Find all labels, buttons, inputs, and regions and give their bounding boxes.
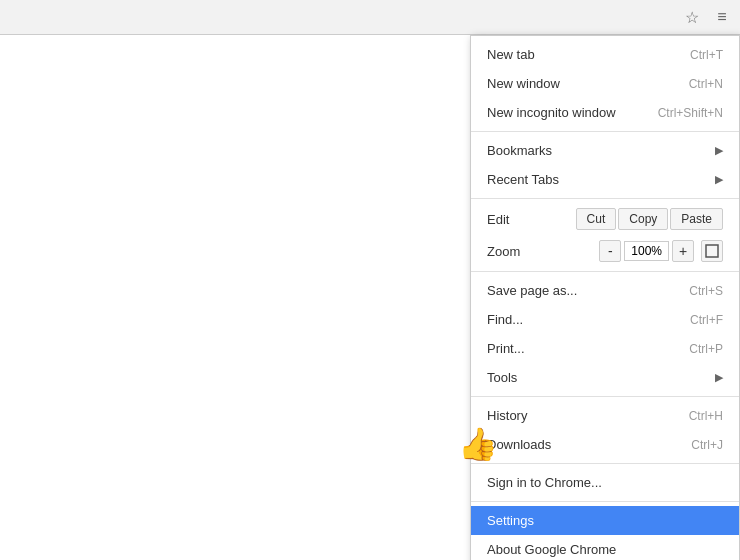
new-incognito-label: New incognito window <box>487 105 638 120</box>
sign-in-label: Sign in to Chrome... <box>487 475 723 490</box>
menu-item-find[interactable]: Find... Ctrl+F <box>471 305 739 334</box>
new-tab-label: New tab <box>487 47 670 62</box>
menu-item-bookmarks[interactable]: Bookmarks ▶ <box>471 136 739 165</box>
copy-button[interactable]: Copy <box>618 208 668 230</box>
history-label: History <box>487 408 669 423</box>
history-shortcut: Ctrl+H <box>689 409 723 423</box>
menu-section-bookmarks: Bookmarks ▶ Recent Tabs ▶ <box>471 132 739 199</box>
downloads-shortcut: Ctrl+J <box>691 438 723 452</box>
edit-label: Edit <box>487 212 576 227</box>
menu-item-tools[interactable]: Tools ▶ <box>471 363 739 392</box>
menu-item-new-window[interactable]: New window Ctrl+N <box>471 69 739 98</box>
edit-buttons: Cut Copy Paste <box>576 208 723 230</box>
menu-item-sign-in[interactable]: Sign in to Chrome... <box>471 468 739 497</box>
menu-button[interactable]: ≡ <box>708 3 736 31</box>
print-shortcut: Ctrl+P <box>689 342 723 356</box>
menu-section-signin: Sign in to Chrome... <box>471 464 739 502</box>
find-shortcut: Ctrl+F <box>690 313 723 327</box>
new-tab-shortcut: Ctrl+T <box>690 48 723 62</box>
menu-item-about[interactable]: About Google Chrome <box>471 535 739 560</box>
zoom-row: Zoom - 100% + <box>471 235 739 267</box>
save-page-label: Save page as... <box>487 283 669 298</box>
menu-item-new-incognito[interactable]: New incognito window Ctrl+Shift+N <box>471 98 739 127</box>
new-incognito-shortcut: Ctrl+Shift+N <box>658 106 723 120</box>
menu-item-new-tab[interactable]: New tab Ctrl+T <box>471 40 739 69</box>
settings-label: Settings <box>487 513 723 528</box>
cut-button[interactable]: Cut <box>576 208 617 230</box>
tools-label: Tools <box>487 370 705 385</box>
menu-section-actions: Save page as... Ctrl+S Find... Ctrl+F Pr… <box>471 272 739 397</box>
save-page-shortcut: Ctrl+S <box>689 284 723 298</box>
zoom-minus-button[interactable]: - <box>599 240 621 262</box>
edit-row: Edit Cut Copy Paste <box>471 203 739 235</box>
menu-item-history[interactable]: History Ctrl+H <box>471 401 739 430</box>
zoom-plus-button[interactable]: + <box>672 240 694 262</box>
star-button[interactable]: ☆ <box>678 3 706 31</box>
menu-section-history: History Ctrl+H Downloads Ctrl+J <box>471 397 739 464</box>
menu-section-new: New tab Ctrl+T New window Ctrl+N New inc… <box>471 36 739 132</box>
zoom-controls: - 100% + <box>599 240 723 262</box>
bookmarks-arrow: ▶ <box>715 144 723 157</box>
menu-section-edit-zoom: Edit Cut Copy Paste Zoom - 100% + <box>471 199 739 272</box>
svg-rect-0 <box>706 245 718 257</box>
menu-item-settings[interactable]: Settings <box>471 506 739 535</box>
menu-item-print[interactable]: Print... Ctrl+P <box>471 334 739 363</box>
menu-item-save-page[interactable]: Save page as... Ctrl+S <box>471 276 739 305</box>
tools-arrow: ▶ <box>715 371 723 384</box>
menu-item-recent-tabs[interactable]: Recent Tabs ▶ <box>471 165 739 194</box>
menu-section-settings: Settings About Google Chrome Help <box>471 502 739 560</box>
print-label: Print... <box>487 341 669 356</box>
menu-item-downloads[interactable]: Downloads Ctrl+J <box>471 430 739 459</box>
about-label: About Google Chrome <box>487 542 723 557</box>
zoom-value: 100% <box>624 241 669 261</box>
paste-button[interactable]: Paste <box>670 208 723 230</box>
new-window-label: New window <box>487 76 669 91</box>
find-label: Find... <box>487 312 670 327</box>
chrome-menu: New tab Ctrl+T New window Ctrl+N New inc… <box>470 35 740 560</box>
downloads-label: Downloads <box>487 437 671 452</box>
browser-toolbar: ☆ ≡ <box>0 0 740 35</box>
zoom-label: Zoom <box>487 244 599 259</box>
recent-tabs-label: Recent Tabs <box>487 172 705 187</box>
main-content: New tab Ctrl+T New window Ctrl+N New inc… <box>0 35 740 560</box>
zoom-fullscreen-button[interactable] <box>701 240 723 262</box>
new-window-shortcut: Ctrl+N <box>689 77 723 91</box>
bookmarks-label: Bookmarks <box>487 143 705 158</box>
recent-tabs-arrow: ▶ <box>715 173 723 186</box>
